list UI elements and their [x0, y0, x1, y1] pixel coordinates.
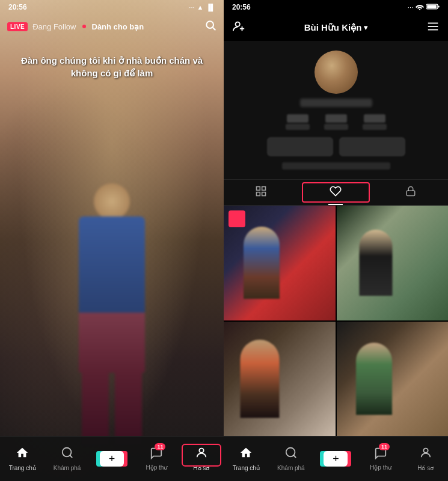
- video-thumb-1[interactable]: [224, 206, 336, 320]
- status-time-left: 20:56: [8, 3, 27, 11]
- home-icon-right: [239, 446, 253, 463]
- nav-label-kham-pha-left: Khám phá: [54, 465, 81, 471]
- lock-icon: [405, 185, 416, 200]
- video-grid: [224, 206, 448, 436]
- nav-item-trang-chu-right[interactable]: Trang chủ: [224, 446, 269, 471]
- svg-rect-18: [407, 191, 415, 195]
- edit-profile-button[interactable]: [267, 137, 333, 156]
- thumb-content-3: [224, 322, 336, 437]
- nav-item-kham-pha-right[interactable]: Khám phá: [269, 446, 314, 471]
- right-panel: 20:56 ···: [224, 0, 448, 481]
- status-icons-right: ···: [408, 3, 440, 11]
- stat-followers: [324, 114, 348, 130]
- menu-button[interactable]: [426, 20, 440, 35]
- subtitle-text: Đàn ông chúng tôi khi ở nhà buồn chán và…: [21, 55, 203, 78]
- nav-item-ho-so-right[interactable]: Hồ sơ: [403, 446, 448, 471]
- svg-point-2: [62, 448, 71, 457]
- stat-label-blur-2: [324, 124, 348, 130]
- add-user-button[interactable]: [232, 20, 245, 35]
- bottom-nav-left: Trang chủ Khám phá +: [0, 436, 224, 481]
- live-badge[interactable]: LIVE: [7, 22, 28, 31]
- chevron-down-icon: ▾: [364, 23, 367, 32]
- nav-item-trang-chu-left[interactable]: Trang chủ: [0, 446, 44, 471]
- thumb-figure-4: [356, 343, 392, 415]
- heart-icon: [330, 185, 342, 200]
- share-profile-button[interactable]: [339, 137, 405, 156]
- svg-point-4: [199, 449, 203, 453]
- svg-rect-15: [262, 186, 266, 190]
- svg-line-1: [213, 27, 216, 30]
- status-bar-left: 20:56 ··· ▲ ▐▌: [0, 0, 224, 14]
- nav-label-trang-chu-left: Trang chủ: [9, 465, 36, 471]
- profile-name-header[interactable]: Bùi Hữu Kiện ▾: [304, 22, 368, 33]
- dang-follow-label[interactable]: Đang Follow: [32, 22, 76, 31]
- nav-item-kham-pha-left[interactable]: Khám phá: [44, 446, 89, 471]
- thumb-content-1: [224, 206, 336, 320]
- profile-section: [224, 41, 448, 179]
- notification-dot: [82, 25, 86, 28]
- grid-icon: [255, 185, 267, 200]
- nav-item-ho-so-left[interactable]: Hồ sơ: [179, 446, 224, 471]
- svg-point-21: [423, 449, 428, 453]
- profile-icon-left: [195, 446, 208, 463]
- stats-row: [286, 114, 387, 130]
- bottom-nav-right: Trang chủ Khám phá +: [224, 436, 448, 481]
- status-icons-left: ··· ▲ ▐▌: [189, 4, 215, 11]
- thumb-content-2: [337, 206, 449, 320]
- stat-num-blur-2: [325, 114, 347, 123]
- nav-item-plus-right[interactable]: +: [313, 451, 358, 467]
- stat-likes: [363, 114, 387, 130]
- tab-heart[interactable]: [298, 180, 373, 205]
- stat-num-blur-1: [287, 114, 308, 123]
- svg-rect-16: [257, 192, 260, 195]
- nav-item-plus-left[interactable]: +: [90, 451, 134, 467]
- wifi-icon-right: [416, 3, 424, 11]
- discover-icon-right: [284, 446, 298, 463]
- red-badge-1: [229, 210, 245, 227]
- inbox-icon-wrap-left: 11: [150, 447, 163, 462]
- thumb-figure-3: [241, 340, 280, 418]
- nav-label-ho-so-left: Hồ sơ: [193, 465, 209, 471]
- svg-line-20: [293, 455, 296, 458]
- left-panel: Đàn ông chúng tôi khi ở nhà buồn chán và…: [0, 0, 224, 481]
- nav-item-hop-thu-left[interactable]: 11 Hộp thư: [134, 447, 179, 471]
- video-thumb-2[interactable]: [337, 206, 449, 320]
- battery-icon-right: [426, 3, 440, 11]
- svg-line-3: [70, 455, 72, 458]
- svg-point-8: [236, 22, 240, 26]
- signal-icon: ···: [189, 4, 194, 11]
- inbox-badge-right: 11: [379, 443, 390, 450]
- wifi-icon: ▲: [197, 4, 204, 11]
- svg-point-0: [206, 21, 213, 28]
- danh-cho-ban-label[interactable]: Dành cho bạn: [92, 22, 144, 31]
- video-thumb-3[interactable]: [224, 322, 336, 437]
- plus-icon-right: +: [333, 453, 339, 464]
- nav-label-hop-thu-right: Hộp thư: [370, 464, 391, 471]
- nav-item-hop-thu-right[interactable]: 11 Hộp thư: [358, 447, 404, 471]
- nav-label-hop-thu-left: Hộp thư: [146, 464, 167, 471]
- nav-label-trang-chu-right: Trang chủ: [233, 465, 260, 471]
- stat-following: [286, 114, 310, 130]
- nav-label-kham-pha-right: Khám phá: [277, 465, 305, 471]
- profile-tabs: [224, 179, 448, 206]
- svg-point-19: [286, 448, 295, 457]
- thumb-content-4: [337, 322, 449, 437]
- stat-num-blur-3: [364, 114, 385, 123]
- svg-rect-6: [427, 5, 437, 8]
- tab-grid[interactable]: [224, 180, 298, 205]
- search-icon[interactable]: [204, 19, 216, 34]
- thumb-figure-1: [244, 227, 280, 299]
- svg-rect-14: [257, 186, 260, 190]
- tab-lock[interactable]: [373, 180, 448, 205]
- battery-icon: ▐▌: [206, 4, 215, 11]
- avatar: [315, 51, 358, 94]
- bio-text: [282, 162, 390, 170]
- home-icon-left: [16, 446, 29, 463]
- video-person: [58, 183, 166, 436]
- discover-icon-left: [61, 446, 74, 463]
- video-thumb-4[interactable]: [337, 322, 449, 437]
- username-text: Bùi Hữu Kiện: [304, 22, 362, 33]
- avatar-image: [315, 51, 358, 94]
- inbox-icon-wrap-right: 11: [374, 447, 387, 462]
- svg-rect-17: [262, 192, 266, 195]
